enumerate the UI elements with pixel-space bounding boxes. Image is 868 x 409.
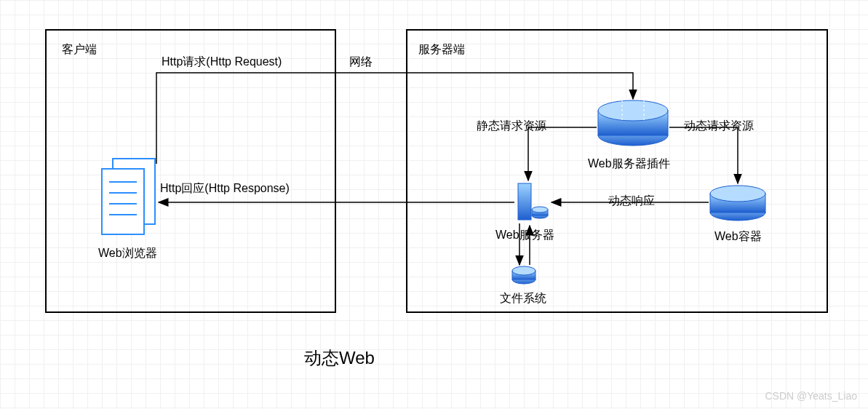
web-server-plugin-label: Web服务器插件	[588, 156, 670, 172]
http-request-label: Http请求(Http Request)	[162, 55, 282, 70]
server-box-title: 服务器端	[418, 42, 465, 57]
diagram-title: 动态Web	[304, 346, 375, 370]
dynamic-request-label: 动态请求资源	[684, 119, 754, 134]
network-label: 网络	[349, 55, 373, 70]
http-response-label: Http回应(Http Response)	[160, 181, 290, 196]
client-box-title: 客户端	[62, 42, 97, 57]
client-box	[45, 29, 336, 313]
file-system-label: 文件系统	[500, 291, 546, 306]
dynamic-response-label: 动态响应	[608, 194, 655, 209]
watermark: CSDN @Yeats_Liao	[765, 390, 857, 402]
static-request-label: 静态请求资源	[477, 119, 546, 134]
browser-label: Web浏览器	[98, 246, 157, 261]
web-server-label: Web服务器	[495, 228, 554, 243]
web-container-label: Web容器	[714, 229, 762, 245]
